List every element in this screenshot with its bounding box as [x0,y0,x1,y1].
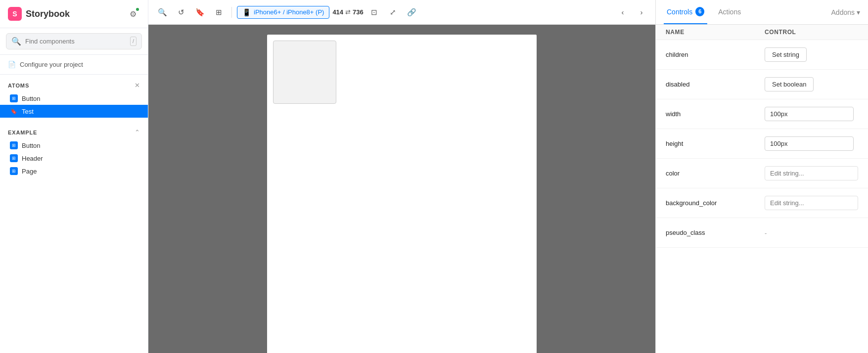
search-icon: 🔍 [11,37,21,46]
sidebar-item-button-example[interactable]: ⊞ Button [0,139,148,152]
story-icon: 🔖 [10,107,18,115]
control-row-children: children Set string [656,40,868,70]
zoom-reset-button[interactable]: ↺ [173,4,189,20]
sidebar-item-label: Header [22,155,43,162]
bookmark-icon-button[interactable]: 🔖 [192,4,208,20]
control-value-width [765,107,858,121]
refresh-icon: ↺ [178,8,184,17]
control-value-disabled: Set boolean [765,77,858,91]
width-value: 414 [332,8,343,16]
chevron-down-icon: ▾ [857,8,860,16]
fit-button[interactable]: ⊡ [366,4,382,20]
example-section-title: EXAMPLE [8,130,37,135]
example-section-header[interactable]: EXAMPLE ⌃ [0,126,148,139]
component-icon: ⊞ [10,94,18,102]
tab-addons[interactable]: Addons ▾ [831,8,860,16]
pseudo-class-dash: - [765,229,767,237]
panel-tabs: Controls 6 Actions Addons ▾ [656,0,868,25]
viewport-selector[interactable]: 📱 iPhone6+ / iPhone8+ (P) [237,6,329,19]
search-bar: 🔍 / [0,28,148,55]
right-panel: Controls 6 Actions Addons ▾ Name Control… [655,0,868,353]
fit-icon: ⊡ [371,8,377,17]
next-nav-button[interactable]: › [634,4,649,20]
sidebar-item-page-example[interactable]: ⊞ Page [0,165,148,177]
atoms-collapse-icon: ✕ [135,82,140,89]
control-value-children: Set string [765,47,858,62]
control-row-background-color: background_color [656,188,868,218]
link-button[interactable]: 🔗 [404,4,420,20]
bookmark-icon: 🔖 [195,8,205,17]
control-name-height: height [666,140,765,147]
col-control-header: Control [765,29,858,36]
control-name-background-color: background_color [666,199,765,207]
configure-project-item[interactable]: 📄 Configure your project [0,55,148,75]
sidebar-item-button-atom[interactable]: ⊞ Button [0,92,148,105]
height-value: 736 [353,8,364,16]
actions-tab-label: Actions [718,8,741,16]
zoom-out-button[interactable]: 🔍 [154,4,170,20]
sidebar-item-test-atom[interactable]: 🔖 Test [0,105,148,118]
grid-icon: ⊞ [216,8,222,17]
expand-icon: ⤢ [390,8,396,17]
col-name-header: Name [666,29,765,36]
tab-controls[interactable]: Controls 6 [664,0,707,24]
control-value-pseudo-class: - [765,228,858,237]
control-row-pseudo-class: pseudo_class - [656,218,868,248]
sidebar-item-label: Page [22,168,37,175]
sidebar-header: S Storybook ⚙ [0,0,148,28]
control-name-width: width [666,110,765,118]
control-row-height: height [656,129,868,159]
controls-badge: 6 [695,7,704,16]
search-input[interactable] [25,38,126,45]
controls-header-row: Name Control [656,25,868,40]
gear-button[interactable]: ⚙ [126,7,140,21]
set-string-button[interactable]: Set string [765,47,807,62]
prev-nav-button[interactable]: ‹ [615,4,631,20]
control-name-children: children [666,51,765,58]
sidebar-item-label: Button [22,142,41,149]
control-row-width: width [656,99,868,129]
fullscreen-button[interactable]: ⤢ [385,4,401,20]
controls-tab-label: Controls [667,8,692,16]
sidebar: S Storybook ⚙ 🔍 / 📄 Configure your proje… [0,0,148,353]
atoms-section-title: ATOMS [8,83,29,88]
control-value-color [765,166,858,180]
grid-button[interactable]: ⊞ [211,4,227,20]
viewport-label: iPhone6+ / iPhone8+ (P) [254,8,324,16]
control-row-color: color [656,159,868,188]
control-value-height [765,136,858,151]
control-name-color: color [666,170,765,177]
width-input[interactable] [765,107,854,121]
control-row-disabled: disabled Set boolean [656,70,868,99]
main-content: 🔍 ↺ 🔖 ⊞ 📱 iPhone6+ / iPhone8+ (P) 414 ⇄ … [148,0,655,353]
atoms-section: ATOMS ✕ ⊞ Button 🔖 Test [0,75,148,122]
component-icon: ⊞ [10,167,18,175]
resize-icon: ⇄ [345,8,351,16]
search-input-wrap: 🔍 / [6,33,142,49]
dimension-group: 414 ⇄ 736 [332,8,363,16]
canvas-area [148,25,655,353]
control-name-disabled: disabled [666,81,765,88]
component-preview-box [273,41,336,104]
control-value-background-color [765,196,858,210]
background-color-input[interactable] [765,196,858,210]
sidebar-item-label: Button [22,95,41,102]
addons-tab-label: Addons [831,8,855,16]
mobile-icon: 📱 [242,8,251,16]
color-input[interactable] [765,166,858,180]
toolbar-divider [231,7,232,18]
component-icon: ⊞ [10,154,18,162]
set-boolean-button[interactable]: Set boolean [765,77,814,91]
device-frame [267,35,537,353]
sidebar-title: Storybook [26,9,70,19]
toolbar: 🔍 ↺ 🔖 ⊞ 📱 iPhone6+ / iPhone8+ (P) 414 ⇄ … [148,0,655,25]
height-input[interactable] [765,136,854,151]
example-collapse-icon: ⌃ [135,129,140,136]
document-icon: 📄 [8,61,16,68]
link-icon: 🔗 [407,8,416,17]
atoms-section-header[interactable]: ATOMS ✕ [0,79,148,92]
zoom-out-icon: 🔍 [158,8,167,17]
configure-project-label: Configure your project [20,61,83,68]
sidebar-item-header-example[interactable]: ⊞ Header [0,152,148,165]
tab-actions[interactable]: Actions [715,0,744,24]
